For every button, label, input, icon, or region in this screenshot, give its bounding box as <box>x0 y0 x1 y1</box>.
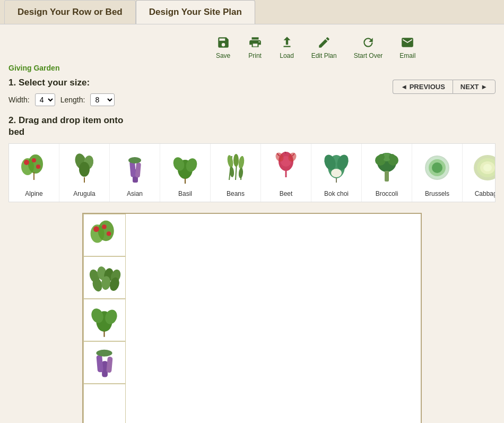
plant-broccoli-name: Broccoli <box>376 190 398 197</box>
svg-point-86 <box>96 350 112 357</box>
svg-point-23 <box>238 156 245 169</box>
load-icon <box>280 35 294 50</box>
plant-alpine[interactable]: Alpine <box>9 144 59 202</box>
svg-point-44 <box>389 154 395 160</box>
plant-alpine-image <box>14 148 54 188</box>
svg-point-43 <box>378 154 385 160</box>
tab-row-bed[interactable]: Design Your Row or Bed <box>4 0 136 24</box>
plant-beans-image <box>216 148 256 188</box>
cell-0-4[interactable] <box>83 384 126 423</box>
svg-point-68 <box>98 221 114 241</box>
plant-arugula-image <box>65 148 105 188</box>
refresh-icon <box>361 35 376 50</box>
plant-brussels-image <box>418 148 457 188</box>
plant-asian[interactable]: Asian <box>110 144 160 202</box>
svg-point-4 <box>36 165 40 169</box>
left-panel: Giving Garden 1. Select your size: Width… <box>8 64 136 138</box>
svg-rect-85 <box>106 357 112 373</box>
save-icon <box>216 35 231 50</box>
svg-point-8 <box>79 162 90 177</box>
plant-beet-image <box>266 148 306 188</box>
plant-bok-choi-name: Bok choi <box>324 190 349 197</box>
edit-plan-button[interactable]: Edit Plan <box>311 35 337 59</box>
plant-asian-image <box>115 148 155 188</box>
cell-0-2[interactable] <box>83 299 126 341</box>
plant-carousel: Alpine Arugula <box>8 143 496 202</box>
svg-rect-12 <box>135 162 141 178</box>
email-button[interactable]: Email <box>399 35 415 59</box>
plant-bok-choi-image <box>317 148 357 188</box>
plant-beans[interactable]: Beans <box>211 144 261 202</box>
plant-arugula-name: Arugula <box>73 190 95 197</box>
svg-point-69 <box>93 226 99 232</box>
svg-point-71 <box>107 231 111 236</box>
svg-rect-45 <box>385 171 389 182</box>
plant-basil-name: Basil <box>178 190 192 197</box>
plant-cabbage-image <box>468 148 496 188</box>
edit-plan-label: Edit Plan <box>311 52 337 59</box>
nav-buttons: ◄ PREVIOUS NEXT ► <box>393 80 496 94</box>
save-label: Save <box>216 52 230 59</box>
edit-icon <box>317 35 332 50</box>
next-button[interactable]: NEXT ► <box>453 80 496 94</box>
tab-bar: Design Your Row or Bed Design Your Site … <box>0 0 504 24</box>
tab-site-plan[interactable]: Design Your Site Plan <box>136 0 255 24</box>
width-label: Width: <box>8 96 30 104</box>
plant-basil[interactable]: Basil <box>160 144 211 202</box>
section2-title: 2. Drag and drop item onto bed <box>8 115 136 138</box>
svg-point-13 <box>128 157 141 163</box>
svg-point-1 <box>28 154 43 174</box>
email-icon <box>400 35 415 50</box>
plant-cabbage[interactable]: Cabbage <box>463 144 496 202</box>
cell-0-3[interactable] <box>83 341 126 384</box>
svg-point-25 <box>238 168 244 179</box>
plant-beet[interactable]: Beet <box>261 144 311 202</box>
plant-brussels[interactable]: Brussels <box>412 144 463 202</box>
save-button[interactable]: Save <box>216 35 231 59</box>
plant-alpine-name: Alpine <box>25 190 42 197</box>
svg-point-2 <box>24 160 29 165</box>
garden-grid-container <box>82 213 422 423</box>
toolbar: Save Print Load Edit Plan <box>136 31 496 64</box>
load-button[interactable]: Load <box>280 35 294 59</box>
svg-point-3 <box>32 158 36 162</box>
print-label: Print <box>248 52 262 59</box>
print-button[interactable]: Print <box>248 35 263 59</box>
svg-point-21 <box>226 155 233 168</box>
start-over-label: Start Over <box>354 52 383 59</box>
plant-broccoli[interactable]: Broccoli <box>362 144 412 202</box>
plant-brussels-name: Brussels <box>425 190 449 197</box>
previous-button[interactable]: ◄ PREVIOUS <box>393 80 453 94</box>
plant-beet-name: Beet <box>280 190 293 197</box>
plant-basil-image <box>166 148 205 188</box>
width-select[interactable]: 4 6 8 <box>35 93 55 106</box>
plant-bok-choi[interactable]: Bok choi <box>311 144 362 202</box>
svg-point-48 <box>432 162 442 173</box>
grid-row-0 <box>83 213 421 423</box>
svg-point-52 <box>483 164 492 171</box>
plant-asian-name: Asian <box>127 190 143 197</box>
length-label: Length: <box>60 96 85 104</box>
email-label: Email <box>399 52 415 59</box>
svg-rect-84 <box>96 355 103 373</box>
plant-beans-name: Beans <box>227 190 245 197</box>
svg-point-37 <box>331 169 342 177</box>
load-label: Load <box>280 52 294 59</box>
cell-0-1[interactable] <box>83 256 126 299</box>
svg-point-22 <box>233 154 239 167</box>
size-row: Width: 4 6 8 Length: 8 10 12 <box>8 93 136 106</box>
length-select[interactable]: 8 10 12 <box>90 93 115 106</box>
plant-broccoli-image <box>367 148 407 188</box>
giving-garden-label: Giving Garden <box>8 64 136 72</box>
garden-grid[interactable] <box>82 213 422 423</box>
print-icon <box>248 35 263 50</box>
start-over-button[interactable]: Start Over <box>354 35 383 59</box>
svg-point-70 <box>102 225 107 229</box>
plant-cabbage-name: Cabbage <box>475 190 496 197</box>
section1-title: 1. Select your size: <box>8 77 136 88</box>
cell-0-0[interactable] <box>83 214 126 256</box>
plant-arugula[interactable]: Arugula <box>59 144 110 202</box>
main-content: Save Print Load Edit Plan <box>0 24 504 423</box>
